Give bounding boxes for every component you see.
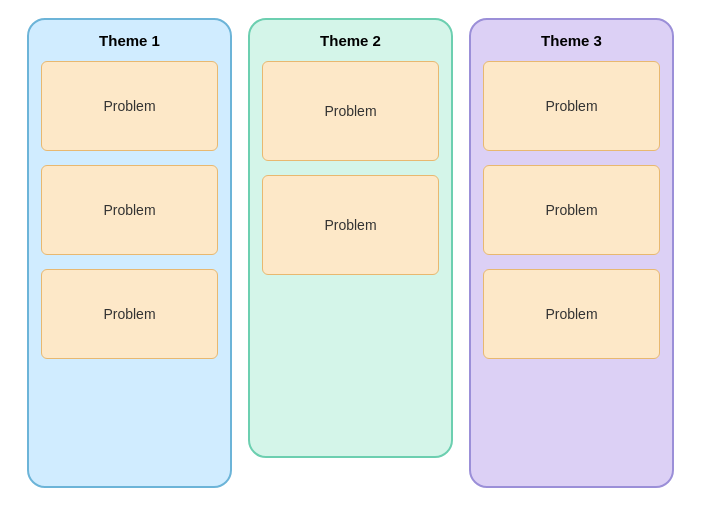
- theme1-problem-2: Problem: [41, 165, 218, 255]
- theme2-title: Theme 2: [262, 32, 439, 49]
- theme2-problem-1: Problem: [262, 61, 439, 161]
- theme1-box: Theme 1 Problem Problem Problem: [27, 18, 232, 488]
- theme3-title: Theme 3: [483, 32, 660, 49]
- theme3-problem-3: Problem: [483, 269, 660, 359]
- theme3-problem-1: Problem: [483, 61, 660, 151]
- theme1-problem-1: Problem: [41, 61, 218, 151]
- theme2-problem-2: Problem: [262, 175, 439, 275]
- theme1-problem-3: Problem: [41, 269, 218, 359]
- theme3-problem-2: Problem: [483, 165, 660, 255]
- themes-container: Theme 1 Problem Problem Problem Theme 2 …: [17, 8, 684, 498]
- theme1-title: Theme 1: [41, 32, 218, 49]
- theme2-box: Theme 2 Problem Problem: [248, 18, 453, 458]
- theme3-box: Theme 3 Problem Problem Problem: [469, 18, 674, 488]
